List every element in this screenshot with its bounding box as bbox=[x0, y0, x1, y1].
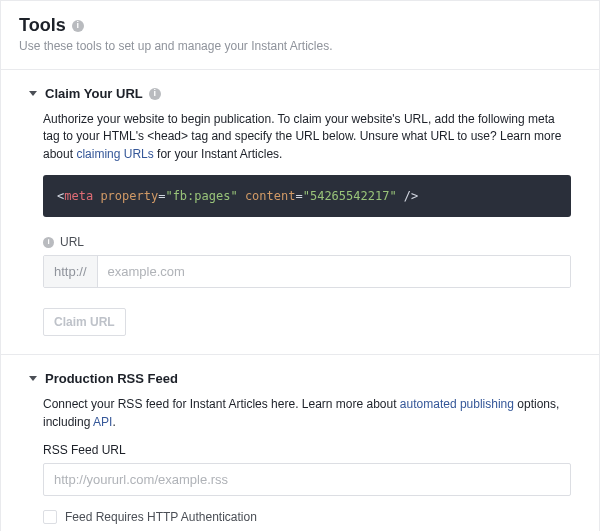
auth-checkbox-label: Feed Requires HTTP Authentication bbox=[65, 510, 257, 524]
auth-checkbox-row: Feed Requires HTTP Authentication bbox=[43, 510, 571, 524]
section-toggle-rss[interactable]: Production RSS Feed bbox=[29, 371, 571, 386]
info-icon[interactable] bbox=[149, 88, 161, 100]
chevron-down-icon bbox=[29, 91, 37, 96]
page-subtitle: Use these tools to set up and manage you… bbox=[19, 39, 581, 53]
section-title-text: Claim Your URL bbox=[45, 86, 143, 101]
claim-description: Authorize your website to begin publicat… bbox=[29, 111, 571, 163]
meta-code-snippet: <meta property="fb:pages" content="54265… bbox=[43, 175, 571, 217]
info-icon[interactable] bbox=[72, 20, 84, 32]
section-toggle-claim-url[interactable]: Claim Your URL bbox=[29, 86, 571, 101]
url-prefix: http:// bbox=[44, 256, 98, 287]
tools-panel: Tools Use these tools to set up and mana… bbox=[0, 0, 600, 531]
rss-feed-url-label: RSS Feed URL bbox=[43, 443, 571, 457]
claim-url-button[interactable]: Claim URL bbox=[43, 308, 126, 336]
url-field-block: URL http:// bbox=[43, 235, 571, 288]
url-input-group: http:// bbox=[43, 255, 571, 288]
section-claim-url: Claim Your URL Authorize your website to… bbox=[1, 70, 599, 355]
info-icon[interactable] bbox=[43, 237, 54, 248]
panel-header: Tools Use these tools to set up and mana… bbox=[1, 1, 599, 70]
chevron-down-icon bbox=[29, 376, 37, 381]
rss-feed-input[interactable] bbox=[43, 463, 571, 496]
rss-description: Connect your RSS feed for Instant Articl… bbox=[29, 396, 571, 431]
url-label-row: URL bbox=[43, 235, 571, 249]
url-input[interactable] bbox=[98, 256, 570, 287]
page-title-text: Tools bbox=[19, 15, 66, 36]
auth-checkbox[interactable] bbox=[43, 510, 57, 524]
section-title-text: Production RSS Feed bbox=[45, 371, 178, 386]
url-label: URL bbox=[60, 235, 84, 249]
api-link[interactable]: API bbox=[93, 415, 112, 429]
rss-input-block bbox=[43, 463, 571, 496]
section-rss-feed: Production RSS Feed Connect your RSS fee… bbox=[1, 355, 599, 531]
page-title: Tools bbox=[19, 15, 581, 36]
automated-publishing-link[interactable]: automated publishing bbox=[400, 397, 514, 411]
claiming-urls-link[interactable]: claiming URLs bbox=[76, 147, 153, 161]
